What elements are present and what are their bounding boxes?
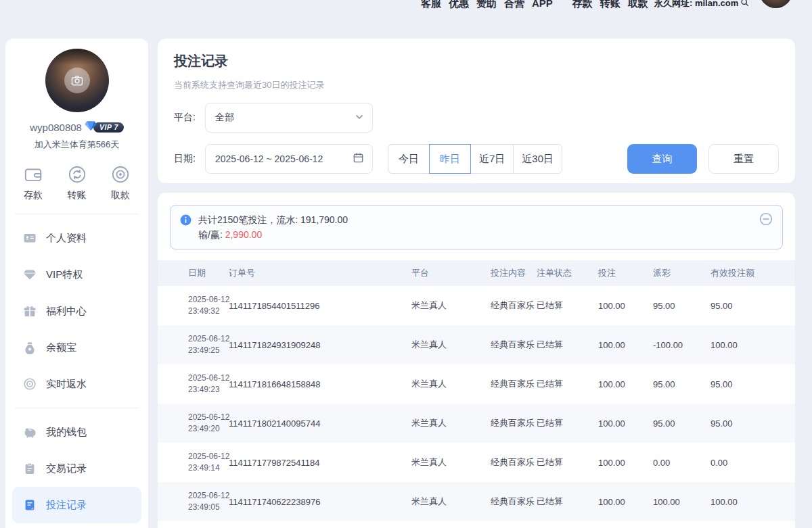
table-row: 2025-06-1223:49:251141171824931909248米兰真…: [158, 325, 795, 364]
cell-date: 2025-06-1223:49:20: [158, 404, 229, 443]
topnav-link-7[interactable]: 转账: [600, 0, 621, 13]
sidebar-item-3[interactable]: 福利中心: [5, 293, 148, 329]
sidebar-item-label: 福利中心: [46, 305, 87, 318]
topnav-link-8[interactable]: 取款: [628, 0, 648, 13]
top-navigation: 客服优惠赞助合营APP存款转账取款: [421, 0, 648, 13]
date-label: 日期:: [174, 153, 205, 165]
search-icon[interactable]: [740, 0, 749, 9]
time-value: 23:49:25: [188, 345, 229, 356]
sidebar-item-label: 余额宝: [46, 341, 76, 354]
topnav-link-1[interactable]: 客服: [421, 0, 441, 13]
column-header: 有效投注额: [710, 260, 795, 286]
table-row: 2025-06-1223:49:051141171740622238976米兰真…: [158, 482, 795, 521]
topnav-link-5[interactable]: APP: [532, 0, 553, 13]
summary-text: 共计2150笔投注，流水: 191,790.00 输/赢: 2,990.00: [198, 212, 348, 242]
filters-card: 投注记录 当前系统支持查询最近30日的投注记录 平台: 全部 日期: 2025-…: [158, 39, 795, 183]
cell-payout: 100.00: [653, 482, 710, 521]
date-row: 日期: 2025-06-12 ~ 2025-06-12 今日昨日近7日近30日 …: [174, 144, 779, 174]
cell-order-no: 1141171854401511296: [229, 286, 411, 325]
table-row: 2025-06-1223:49:141141171779872541184米兰真…: [158, 443, 795, 482]
topbar-avatar[interactable]: [759, 0, 792, 8]
cell-bet-amount: 100.00: [598, 482, 653, 521]
quick-action-label: 取款: [111, 189, 130, 201]
cell-valid-amount: 95.00: [710, 404, 795, 443]
vip-badge[interactable]: VIP 7: [85, 120, 124, 134]
column-header: 注单状态: [537, 260, 598, 286]
cell-order-no: 1141171802140095744: [229, 404, 411, 443]
summary-winloss-value: 2,990.00: [225, 229, 263, 240]
quick-action-wallet[interactable]: 存款: [23, 164, 43, 201]
camera-icon: [64, 68, 90, 93]
cell-status: 已结算: [537, 286, 598, 325]
page: 客服优惠赞助合营APP存款转账取款 永久网址: milan.com wyp080…: [0, 0, 812, 528]
date-value: 2025-06-12: [188, 490, 229, 502]
cell-bet-content: 经典百家乐: [491, 443, 537, 482]
cell-valid-amount: 95.00: [710, 286, 795, 325]
id-card-icon: [23, 231, 37, 245]
range-button-昨日[interactable]: 昨日: [429, 144, 471, 174]
summary-line1-label: 共计2150笔投注，流水:: [198, 214, 300, 225]
column-header: 日期: [158, 260, 229, 286]
target-icon: [23, 377, 37, 391]
platform-select[interactable]: 全部: [205, 103, 373, 133]
date-value: 2025-06-12: [188, 333, 229, 345]
cell-status: 已结算: [537, 325, 598, 364]
wallet-icon: [23, 164, 43, 185]
sidebar-item-7[interactable]: 交易记录: [5, 450, 148, 487]
cell-bet-amount: 100.00: [598, 443, 653, 482]
sidebar-item-4[interactable]: 余额宝: [5, 329, 148, 366]
cell-payout: -100.00: [653, 325, 710, 364]
cell-status: 已结算: [537, 364, 598, 404]
cell-bet-content: 经典百家乐: [491, 286, 537, 325]
column-header: 订单号: [229, 260, 411, 286]
topnav-link-2[interactable]: 优惠: [449, 0, 469, 13]
cell-bet-amount: 100.00: [598, 364, 653, 404]
reset-button[interactable]: 重置: [708, 144, 779, 174]
clipboard-icon: [23, 462, 37, 475]
cell-bet-content: 经典百家乐: [491, 325, 537, 364]
permanent-url-link[interactable]: 永久网址: milan.com: [654, 0, 749, 12]
date-quick-ranges: 今日昨日近7日近30日: [388, 144, 562, 174]
cell-status: 已结算: [537, 404, 598, 443]
time-value: 23:49:14: [188, 462, 229, 474]
quick-action-withdraw[interactable]: 取款: [110, 164, 131, 201]
topnav-link-6[interactable]: 存款: [572, 0, 593, 13]
sidebar-item-1[interactable]: 个人资料: [5, 220, 148, 256]
table-row: 2025-06-1223:49:321141171854401511296米兰真…: [158, 286, 795, 325]
topnav-link-3[interactable]: 赞助: [476, 0, 497, 13]
cell-platform: 米兰真人: [411, 404, 491, 443]
gift-icon: [23, 304, 37, 318]
sidebar-item-label: 个人资料: [46, 232, 87, 245]
sidebar-item-5[interactable]: 实时返水: [5, 366, 148, 402]
cell-platform: 米兰真人: [411, 286, 491, 325]
search-button[interactable]: 查询: [627, 144, 697, 174]
range-button-近7日[interactable]: 近7日: [470, 144, 514, 174]
sidebar-item-8[interactable]: 投注记录: [12, 487, 141, 523]
range-button-近30日[interactable]: 近30日: [513, 144, 562, 174]
moneybag-icon: [23, 341, 37, 354]
sidebar-item-label: VIP特权: [46, 268, 83, 281]
topnav-link-4[interactable]: 合营: [504, 0, 524, 13]
vip-level-label: VIP 7: [93, 122, 124, 133]
cell-payout: 0.00: [653, 443, 710, 482]
time-value: 23:49:23: [188, 384, 229, 395]
profile-avatar[interactable]: [45, 49, 109, 112]
cell-payout: 95.00: [653, 404, 710, 443]
date-range-input[interactable]: 2025-06-12 ~ 2025-06-12: [205, 144, 373, 174]
date-value: 2025-06-12: [188, 373, 229, 384]
join-days-text: 加入米兰体育第566天: [5, 139, 148, 151]
user-row: wyp080808 VIP 7: [5, 120, 148, 134]
sidebar: wyp080808 VIP 7 加入米兰体育第566天 存款转账取款 个人资料V…: [5, 39, 148, 528]
sidebar-item-6[interactable]: 我的钱包: [5, 414, 148, 450]
cell-date: 2025-06-1223:49:23: [158, 364, 229, 404]
range-button-今日[interactable]: 今日: [388, 144, 430, 174]
quick-action-label: 转账: [68, 189, 87, 201]
quick-action-label: 存款: [24, 189, 43, 201]
cell-valid-amount: 0.00: [710, 443, 795, 482]
cell-valid-amount: 95.00: [710, 364, 795, 404]
quick-action-transfer[interactable]: 转账: [67, 164, 87, 201]
cell-bet-content: 经典百家乐: [491, 364, 537, 404]
collapse-minus-icon[interactable]: [759, 212, 773, 226]
date-value: 2025-06-12: [188, 451, 229, 462]
sidebar-item-2[interactable]: VIP特权: [5, 256, 148, 293]
